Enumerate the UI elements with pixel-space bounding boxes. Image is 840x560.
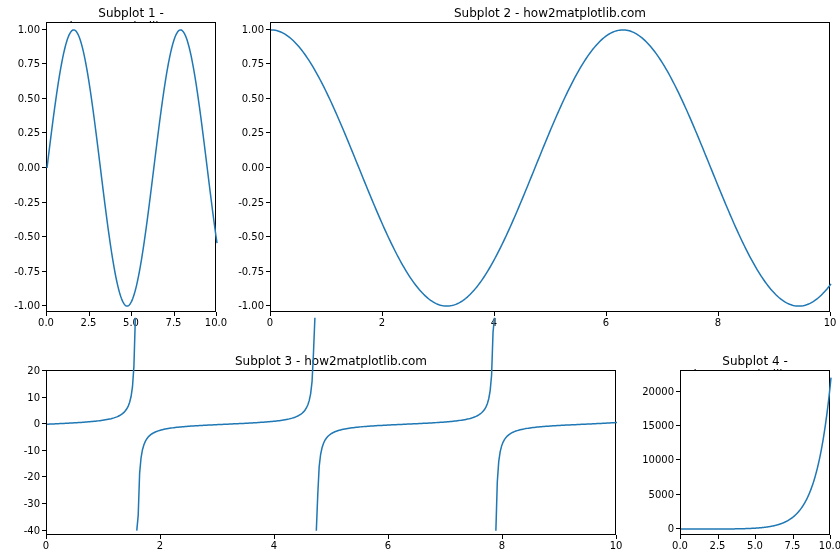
y-tick-label: 0.50 [224,92,264,103]
y-tick-label: 0.75 [224,58,264,69]
x-tick-label: 5.0 [123,317,139,328]
plot-line [47,371,617,536]
x-tick-label: 10.0 [205,317,227,328]
x-tick-label: 0.0 [672,540,688,551]
y-tick-label: 0 [634,523,674,534]
y-tick-label: -0.75 [0,265,40,276]
y-tick-label: -0.75 [224,265,264,276]
y-tick-label: 0.25 [0,127,40,138]
y-tick-label: 0.25 [224,127,264,138]
y-tick-label: -20 [0,471,40,482]
y-tick-label: 0.00 [0,162,40,173]
subplot-sp4: Subplot 4 - how2matplotlib.com0.02.55.07… [680,370,830,535]
x-tick-label: 2 [379,317,385,328]
subplot-sp1: Subplot 1 - how2matplotlib.com0.02.55.07… [46,22,216,312]
y-tick-label: -0.25 [224,196,264,207]
y-tick-label: 0 [0,418,40,429]
chart-title: Subplot 2 - how2matplotlib.com [270,6,830,20]
plot-line [271,23,831,313]
y-tick-label: -0.50 [0,231,40,242]
x-tick-label: 7.5 [785,540,801,551]
plot-line [47,23,217,313]
y-tick-label: 20 [0,365,40,376]
axes [46,370,616,535]
y-tick-label: 0.00 [224,162,264,173]
x-tick-label: 8 [499,540,505,551]
y-tick-label: 0.50 [0,92,40,103]
x-tick-label: 10 [610,540,623,551]
y-tick-label: 20000 [634,385,674,396]
x-tick-label: 10 [824,317,837,328]
y-tick-label: -40 [0,524,40,535]
y-tick-label: 1.00 [224,23,264,34]
y-tick-label: 10000 [634,454,674,465]
y-tick-label: -0.50 [224,231,264,242]
axes [46,22,216,312]
y-tick-label: -1.00 [224,300,264,311]
y-tick-label: 0.75 [0,58,40,69]
x-tick-label: 6 [603,317,609,328]
x-tick-label: 4 [271,540,277,551]
x-tick-label: 10.0 [819,540,840,551]
y-tick-label: -1.00 [0,300,40,311]
y-tick-label: 10 [0,391,40,402]
x-tick-label: 0.0 [38,317,54,328]
x-tick-label: 0 [267,317,273,328]
chart-title: Subplot 3 - how2matplotlib.com [46,354,616,368]
axes [680,370,830,535]
subplot-sp2: Subplot 2 - how2matplotlib.com0246810-1.… [270,22,830,312]
axes [270,22,830,312]
x-tick-label: 2.5 [81,317,97,328]
x-tick-label: 2 [157,540,163,551]
subplot-sp3: Subplot 3 - how2matplotlib.com0246810-40… [46,370,616,535]
y-tick-label: 5000 [634,488,674,499]
x-tick-label: 5.0 [747,540,763,551]
x-tick-label: 8 [715,317,721,328]
y-tick-label: -0.25 [0,196,40,207]
y-tick-label: 15000 [634,420,674,431]
figure: Subplot 1 - how2matplotlib.com0.02.55.07… [0,0,840,560]
x-tick-label: 0 [43,540,49,551]
y-tick-label: 1.00 [0,23,40,34]
y-tick-label: -10 [0,444,40,455]
x-tick-label: 7.5 [166,317,182,328]
x-tick-label: 2.5 [710,540,726,551]
y-tick-label: -30 [0,498,40,509]
plot-line [681,371,831,536]
x-tick-label: 6 [385,540,391,551]
